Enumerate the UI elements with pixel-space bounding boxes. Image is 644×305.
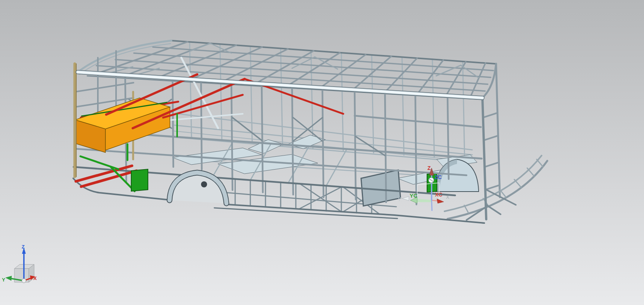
viewport-background (0, 0, 644, 305)
triad-x-label: X (33, 275, 37, 281)
cad-canvas[interactable]: Z ZC YC Y XC X Z Y X (0, 0, 644, 305)
wcs-zc-label: ZC (435, 174, 442, 180)
front-axle-stub (201, 181, 207, 187)
wcs-x-label: X (446, 194, 449, 200)
wcs-yc-label: YC (410, 192, 418, 199)
wcs-y-label: Y (397, 196, 401, 202)
wcs-xc-label: XC (435, 192, 442, 198)
cad-viewport[interactable]: Z ZC YC Y XC X Z Y X (0, 0, 644, 305)
triad-y-label: Y (2, 277, 5, 283)
triad-origin-sphere[interactable] (22, 279, 26, 283)
wcs-z-label: Z (427, 165, 431, 171)
front-green-panel (131, 169, 148, 191)
triad-z-label: Z (22, 244, 25, 250)
